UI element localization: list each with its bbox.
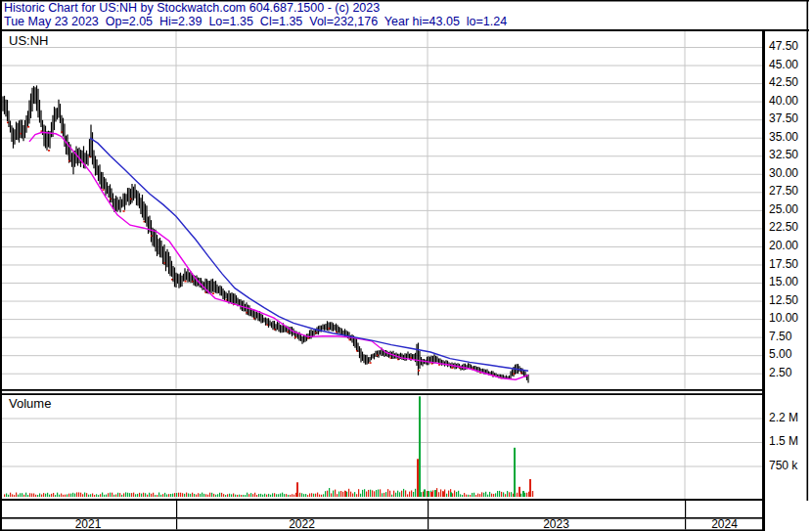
price-axis-label: 5.00 [769,348,810,361]
price-axis-label: 42.50 [769,76,810,89]
price-axis-label: 45.00 [769,59,810,71]
price-axis-label: 25.00 [769,203,810,216]
price-axis-label: 37.50 [769,112,810,125]
volume-axis-label: 750 k [769,460,810,472]
year-axis-label: 2021 [59,518,117,530]
year-axis-label: 2023 [527,518,586,530]
price-axis-label: 7.50 [769,331,810,343]
price-axis-label: 40.00 [769,95,810,108]
price-axis-label: 20.00 [769,240,810,252]
volume-axis-label: 2.2 M [769,412,810,424]
price-axis-label: 35.00 [769,131,810,144]
volume-panel-label: Volume [9,397,51,411]
price-axis-label: 2.50 [769,367,810,379]
price-axis-label: 27.50 [769,185,810,198]
year-axis-label: 2022 [273,518,332,530]
stockwatch-historic-chart: Historic Chart for US:NH by Stockwatch.c… [0,0,812,531]
volume-axis-label: 1.5 M [769,435,810,448]
price-axis-label: 47.50 [769,40,810,53]
chart-canvas [0,0,812,531]
price-axis-label: 32.50 [769,149,810,161]
price-axis-label: 12.50 [769,294,810,307]
price-axis-label: 15.00 [769,276,810,288]
price-axis-label: 30.00 [769,167,810,180]
price-axis-label: 17.50 [769,258,810,271]
symbol-label: US:NH [9,34,48,48]
price-axis-label: 10.00 [769,312,810,325]
year-axis-label: 2024 [696,518,754,530]
price-axis-label: 22.50 [769,221,810,234]
